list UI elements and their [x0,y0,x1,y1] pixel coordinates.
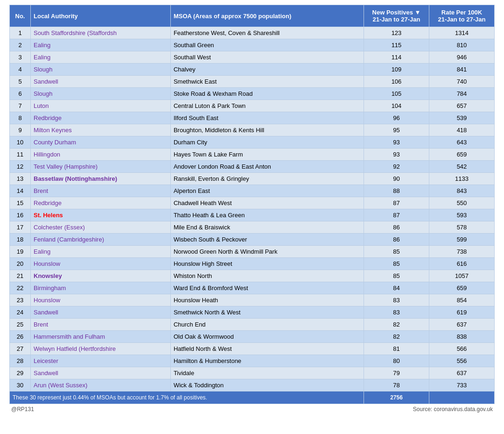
cell-no: 21 [10,270,31,282]
cell-no: 14 [10,185,31,197]
cell-positives: 85 [364,270,429,282]
cell-positives: 96 [364,112,429,124]
cell-authority: County Durham [31,136,171,149]
cell-no: 9 [10,124,31,136]
cell-no: 2 [10,39,31,51]
cell-no: 15 [10,197,31,209]
data-table: No. Local Authority MSOA (Areas of appro… [9,5,495,404]
table-row: 22BirminghamWard End & Bromford West8465… [10,282,495,294]
cell-authority: Sandwell [31,367,171,379]
cell-rate: 578 [429,221,495,234]
cell-positives: 106 [364,76,429,88]
cell-no: 30 [10,379,31,391]
cell-msoa: Smethwick East [170,76,364,88]
table-row: 2EalingSouthall Green115810 [10,39,495,51]
cell-authority: Redbridge [31,197,171,209]
footer-total: 2756 [364,391,429,404]
cell-msoa: Hayes Town & Lake Farm [170,149,364,161]
cell-rate: 657 [429,100,495,112]
cell-no: 12 [10,161,31,173]
cell-rate: 659 [429,149,495,161]
cell-msoa: Mile End & Braiswick [170,221,364,234]
table-row: 24SandwellSmethwick North & West83619 [10,306,495,319]
attribution: @RP131 [11,406,34,413]
table-row: 16St. HelensThatto Heath & Lea Green8759… [10,209,495,221]
cell-positives: 88 [364,185,429,197]
cell-authority: Arun (West Sussex) [31,379,171,391]
table-row: 17Colchester (Essex)Mile End & Braiswick… [10,221,495,234]
cell-msoa: Church End [170,319,364,331]
cell-msoa: Alperton East [170,185,364,197]
cell-rate: 616 [429,258,495,270]
cell-positives: 87 [364,197,429,209]
cell-positives: 93 [364,136,429,149]
cell-no: 18 [10,234,31,246]
cell-msoa: Hatfield North & West [170,343,364,355]
cell-no: 20 [10,258,31,270]
cell-no: 29 [10,367,31,379]
cell-authority: Test Valley (Hampshire) [31,161,171,173]
cell-msoa: Broughton, Middleton & Kents Hill [170,124,364,136]
header-row: No. Local Authority MSOA (Areas of appro… [10,5,495,27]
cell-positives: 79 [364,367,429,379]
cell-rate: 659 [429,282,495,294]
cell-positives: 90 [364,173,429,185]
cell-authority: Slough [31,88,171,100]
cell-rate: 643 [429,136,495,149]
cell-authority: Milton Keynes [31,124,171,136]
cell-authority: Sandwell [31,306,171,319]
table-body: 1South Staffordshire (StaffordshFeathers… [10,27,495,404]
table-row: 7LutonCentral Luton & Park Town104657 [10,100,495,112]
cell-positives: 95 [364,124,429,136]
cell-authority: Leicester [31,355,171,367]
cell-no: 24 [10,306,31,319]
cell-msoa: Southall Green [170,39,364,51]
table-row: 28LeicesterHamilton & Humberstone80556 [10,355,495,367]
cell-msoa: Central Luton & Park Town [170,100,364,112]
cell-positives: 115 [364,39,429,51]
cell-positives: 105 [364,88,429,100]
cell-msoa: Ranskill, Everton & Gringley [170,173,364,185]
cell-rate: 542 [429,161,495,173]
cell-authority: Hammersmith and Fulham [31,331,171,343]
table-row: 5SandwellSmethwick East106740 [10,76,495,88]
cell-no: 23 [10,294,31,306]
cell-authority: Sandwell [31,76,171,88]
table-row: 14BrentAlperton East88843 [10,185,495,197]
cell-msoa: Tividale [170,367,364,379]
cell-no: 17 [10,221,31,234]
table-row: 18Fenland (Cambridgeshire)Wisbech South … [10,234,495,246]
cell-positives: 78 [364,379,429,391]
cell-rate: 946 [429,51,495,64]
col-header-authority: Local Authority [31,5,171,27]
cell-authority: Ealing [31,39,171,51]
cell-positives: 109 [364,64,429,76]
cell-authority: Knowsley [31,270,171,282]
cell-rate: 738 [429,246,495,258]
cell-rate: 418 [429,124,495,136]
cell-positives: 85 [364,258,429,270]
cell-positives: 86 [364,221,429,234]
cell-msoa: Chadwell Heath West [170,197,364,209]
cell-rate: 539 [429,112,495,124]
cell-no: 1 [10,27,31,39]
cell-positives: 80 [364,355,429,367]
cell-positives: 81 [364,343,429,355]
table-row: 20HounslowHounslow High Street85616 [10,258,495,270]
cell-msoa: Stoke Road & Wexham Road [170,88,364,100]
cell-no: 5 [10,76,31,88]
cell-no: 8 [10,112,31,124]
cell-rate: 784 [429,88,495,100]
cell-authority: Bassetlaw (Nottinghamshire) [31,173,171,185]
cell-no: 7 [10,100,31,112]
table-row: 30Arun (West Sussex)Wick & Toddington787… [10,379,495,391]
cell-positives: 87 [364,209,429,221]
cell-positives: 84 [364,282,429,294]
cell-positives: 85 [364,246,429,258]
table-row: 25BrentChurch End82637 [10,319,495,331]
footer-empty [429,391,495,404]
table-row: 11HillingdonHayes Town & Lake Farm93659 [10,149,495,161]
table-row: 13Bassetlaw (Nottinghamshire)Ranskill, E… [10,173,495,185]
cell-no: 4 [10,64,31,76]
table-row: 29SandwellTividale79637 [10,367,495,379]
